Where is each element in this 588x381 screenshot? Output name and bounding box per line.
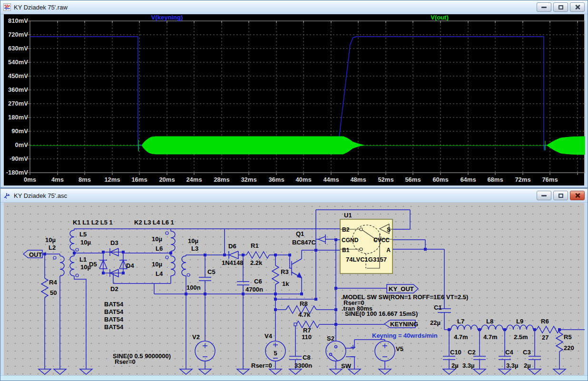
component-value[interactable]: BAT54 — [104, 323, 124, 331]
component-value[interactable]: 22µ — [430, 319, 441, 326]
component-label[interactable]: L5 — [79, 231, 87, 238]
wires[interactable] — [42, 210, 585, 369]
component-value[interactable]: 4.7m — [483, 333, 498, 341]
component-label[interactable]: R4 — [49, 279, 57, 286]
waveform-titlebar[interactable]: KY Dziadek 75'.raw — [0, 0, 588, 14]
component-label[interactable]: R7 — [303, 327, 311, 334]
component-value[interactable]: 10µ — [152, 235, 162, 243]
component-value[interactable]: 10µ — [188, 237, 198, 244]
spice-directive[interactable]: Rser=0 — [115, 358, 136, 365]
component-value[interactable]: 1N4148 — [222, 259, 244, 266]
component-label[interactable]: U1 — [344, 212, 352, 219]
inductor-L7 — [451, 325, 478, 330]
component-label[interactable]: D5 — [89, 261, 97, 268]
restore-button[interactable] — [553, 2, 568, 12]
coupling-statement[interactable]: K2 L3 L4 L6 1 — [134, 219, 174, 226]
component-label[interactable]: V2 — [192, 333, 200, 341]
component-label[interactable]: D6 — [228, 243, 236, 250]
component-value[interactable]: 2µ — [451, 362, 459, 369]
component-label[interactable]: L1 — [79, 256, 87, 263]
comment-text[interactable]: Keyning = 40wrds/min — [372, 332, 438, 339]
component-label[interactable]: R8 — [300, 300, 308, 307]
component-label[interactable]: Q1 — [296, 230, 304, 237]
component-label[interactable]: C3 — [523, 349, 531, 356]
component-value[interactable]: 50 — [50, 289, 57, 296]
component-value[interactable]: BAT54 — [104, 316, 124, 323]
component-label[interactable]: L9 — [516, 318, 523, 325]
component-label[interactable]: C5 — [207, 268, 216, 275]
component-label[interactable]: D3 — [110, 239, 118, 246]
restore-button[interactable] — [553, 191, 568, 200]
minimize-button[interactable] — [537, 2, 551, 12]
component-label[interactable]: C6 — [254, 278, 262, 285]
schematic-canvas[interactable]: B2 CGND B1 S CVCC A 74LVC1G3157 OUT KY_O… — [4, 203, 584, 375]
component-label[interactable]: L3 — [191, 245, 198, 252]
component-value[interactable]: 3300n — [294, 362, 312, 369]
component-label[interactable]: V4 — [265, 332, 273, 340]
spice-directive[interactable]: Rser=0 — [251, 362, 272, 369]
component-value[interactable]: 2.2k — [250, 259, 263, 266]
spice-directive[interactable]: SINE(0 100 16.667 15mS) — [345, 310, 418, 317]
schematic-titlebar[interactable]: KY Dziadek 75'.asc — [0, 189, 588, 203]
flag-label[interactable]: KY_OUT — [389, 285, 414, 293]
x-tick-label: 32ms — [241, 176, 256, 183]
component-value[interactable]: 220 — [564, 344, 574, 352]
component-value[interactable]: 2.5m — [514, 333, 528, 341]
legend-v-out[interactable]: V(out) — [431, 14, 449, 21]
component-label[interactable]: L8 — [486, 318, 493, 325]
component-value[interactable]: 4700n — [245, 286, 263, 293]
component-label[interactable]: L4 — [156, 270, 163, 277]
component-value[interactable]: 4.7m — [454, 333, 468, 341]
component-label[interactable]: L6 — [156, 245, 163, 252]
component-value[interactable]: 74LVC1G3157 — [346, 256, 387, 263]
component-label[interactable]: L7 — [457, 318, 464, 325]
component-value[interactable]: BAT54 — [104, 308, 124, 315]
component-label[interactable]: S2 — [327, 335, 334, 342]
plot-canvas[interactable]: 810mV 720mV 630mV 540mV 450mV 360mV 270m… — [4, 14, 584, 186]
pin-label: B2 — [342, 226, 350, 233]
legend-v-keyning[interactable]: V(keyning) — [151, 14, 183, 21]
component-value[interactable]: 110 — [302, 333, 312, 341]
component-label[interactable]: R5 — [564, 333, 572, 341]
component-value[interactable]: 10µ — [152, 261, 162, 268]
component-label[interactable]: V5 — [396, 345, 403, 352]
close-button[interactable] — [570, 191, 585, 200]
component-value[interactable]: 4.7k — [298, 311, 311, 318]
component-value[interactable]: 10µ — [45, 236, 56, 244]
flag-label[interactable]: OUT — [29, 251, 42, 258]
component-label[interactable]: C4 — [505, 349, 513, 356]
flag-label[interactable]: KEYNING — [390, 321, 418, 328]
component-value[interactable]: BAT54 — [104, 301, 124, 308]
coupling-statement[interactable]: K1 L1 L2 L5 1 — [73, 219, 113, 226]
resistor-R1 — [246, 252, 269, 258]
component-label[interactable]: L2 — [49, 244, 56, 251]
component-value[interactable]: BC847C — [292, 239, 316, 246]
minimize-button[interactable] — [537, 191, 551, 200]
component-value[interactable]: SW — [341, 362, 352, 370]
component-label[interactable]: C2 — [468, 349, 476, 356]
component-value[interactable]: 27 — [542, 334, 549, 341]
schematic-texts: K1 L1 L2 L5 1 K2 L3 L4 L6 1 10µ L2 L5 10… — [45, 212, 574, 370]
component-value[interactable]: 5 — [274, 350, 277, 357]
resistor-R5 — [556, 332, 563, 352]
component-label[interactable]: C10 — [450, 349, 461, 356]
trace-v-keyning — [30, 37, 585, 151]
component-value[interactable]: 1k — [282, 280, 289, 287]
component-label[interactable]: R3 — [281, 268, 289, 275]
component-label[interactable]: R6 — [541, 318, 549, 325]
component-label[interactable]: D2 — [110, 285, 118, 293]
close-button[interactable] — [570, 2, 585, 12]
component-value[interactable]: 3.3µ — [462, 362, 475, 369]
component-value[interactable]: 100n — [186, 284, 201, 291]
component-value[interactable]: 2µ — [524, 362, 531, 369]
component-label[interactable]: C1 — [434, 304, 442, 311]
component-label[interactable]: R1 — [251, 242, 259, 249]
y-tick-label: 270mV — [8, 100, 28, 107]
ic-U1[interactable]: B2 CGND B1 S CVCC A 74LVC1G3157 — [340, 219, 392, 274]
component-label[interactable]: C8 — [303, 354, 311, 361]
component-value[interactable]: 3.3µ — [506, 362, 519, 369]
component-label[interactable]: D4 — [126, 262, 134, 269]
component-value[interactable]: 10µ — [80, 239, 91, 246]
x-tick-label: 16ms — [131, 176, 147, 183]
x-tick-label: 56ms — [405, 176, 421, 183]
